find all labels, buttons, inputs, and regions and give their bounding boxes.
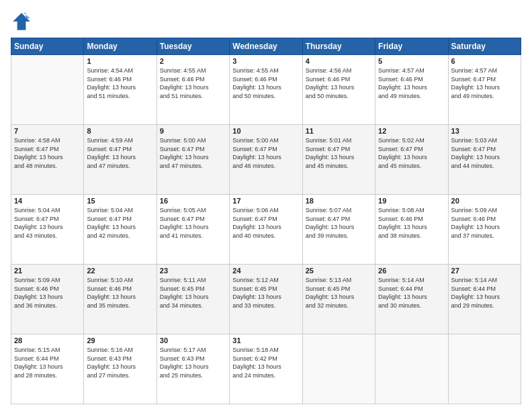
calendar-cell: 30 Sunrise: 5:17 AM Sunset: 6:43 PM Dayl… — [157, 334, 229, 404]
weekday-sunday: Sunday — [11, 38, 84, 55]
day-number: 26 — [378, 267, 445, 275]
day-number: 22 — [87, 267, 153, 275]
day-info: Sunrise: 5:04 AM Sunset: 6:47 PM Dayligh… — [87, 206, 153, 240]
calendar-cell: 15 Sunrise: 5:04 AM Sunset: 6:47 PM Dayl… — [84, 195, 157, 265]
day-number: 12 — [378, 127, 445, 135]
day-info: Sunrise: 5:03 AM Sunset: 6:47 PM Dayligh… — [451, 136, 518, 170]
day-number: 25 — [306, 267, 372, 275]
day-number: 29 — [87, 336, 153, 345]
calendar-cell: 17 Sunrise: 5:06 AM Sunset: 6:47 PM Dayl… — [230, 195, 302, 265]
calendar-cell: 20 Sunrise: 5:09 AM Sunset: 6:46 PM Dayl… — [448, 195, 521, 265]
day-info: Sunrise: 5:02 AM Sunset: 6:47 PM Dayligh… — [378, 136, 445, 170]
logo — [11, 11, 35, 32]
svg-marker-0 — [13, 13, 30, 30]
calendar-cell: 7 Sunrise: 4:58 AM Sunset: 6:47 PM Dayli… — [11, 125, 84, 195]
day-info: Sunrise: 5:14 AM Sunset: 6:44 PM Dayligh… — [378, 276, 445, 310]
day-number: 20 — [451, 197, 518, 205]
day-info: Sunrise: 5:16 AM Sunset: 6:43 PM Dayligh… — [87, 346, 153, 379]
day-number: 28 — [14, 336, 81, 345]
day-number: 9 — [160, 127, 226, 135]
day-number: 3 — [232, 57, 299, 65]
day-info: Sunrise: 5:13 AM Sunset: 6:45 PM Dayligh… — [306, 276, 372, 310]
calendar-cell: 25 Sunrise: 5:13 AM Sunset: 6:45 PM Dayl… — [302, 265, 375, 334]
calendar-cell — [375, 334, 448, 404]
calendar-cell: 27 Sunrise: 5:14 AM Sunset: 6:44 PM Dayl… — [448, 265, 521, 334]
day-info: Sunrise: 5:11 AM Sunset: 6:45 PM Dayligh… — [160, 276, 226, 310]
calendar-cell: 19 Sunrise: 5:08 AM Sunset: 6:46 PM Dayl… — [375, 195, 448, 265]
calendar-cell — [11, 55, 84, 125]
weekday-wednesday: Wednesday — [230, 38, 302, 55]
day-number: 15 — [87, 197, 153, 205]
week-row-1: 1 Sunrise: 4:54 AM Sunset: 6:46 PM Dayli… — [11, 55, 521, 125]
week-row-3: 14 Sunrise: 5:04 AM Sunset: 6:47 PM Dayl… — [11, 195, 521, 265]
weekday-monday: Monday — [84, 38, 157, 55]
calendar-cell — [448, 334, 521, 404]
day-info: Sunrise: 4:54 AM Sunset: 6:46 PM Dayligh… — [87, 66, 153, 100]
calendar-cell: 11 Sunrise: 5:01 AM Sunset: 6:47 PM Dayl… — [302, 125, 375, 195]
day-info: Sunrise: 5:15 AM Sunset: 6:44 PM Dayligh… — [14, 346, 81, 379]
day-number: 7 — [14, 127, 81, 135]
calendar-cell: 29 Sunrise: 5:16 AM Sunset: 6:43 PM Dayl… — [84, 334, 157, 404]
calendar-cell: 5 Sunrise: 4:57 AM Sunset: 6:46 PM Dayli… — [375, 55, 448, 125]
day-info: Sunrise: 5:17 AM Sunset: 6:43 PM Dayligh… — [160, 346, 226, 379]
weekday-saturday: Saturday — [448, 38, 521, 55]
header — [11, 11, 521, 32]
calendar-cell: 9 Sunrise: 5:00 AM Sunset: 6:47 PM Dayli… — [157, 125, 229, 195]
day-info: Sunrise: 4:57 AM Sunset: 6:47 PM Dayligh… — [451, 66, 518, 100]
week-row-5: 28 Sunrise: 5:15 AM Sunset: 6:44 PM Dayl… — [11, 334, 521, 404]
day-number: 21 — [14, 267, 81, 275]
day-info: Sunrise: 4:56 AM Sunset: 6:46 PM Dayligh… — [306, 66, 372, 100]
day-number: 31 — [232, 336, 299, 345]
day-info: Sunrise: 4:55 AM Sunset: 6:46 PM Dayligh… — [160, 66, 226, 100]
calendar-cell: 28 Sunrise: 5:15 AM Sunset: 6:44 PM Dayl… — [11, 334, 84, 404]
calendar-cell: 26 Sunrise: 5:14 AM Sunset: 6:44 PM Dayl… — [375, 265, 448, 334]
calendar-cell: 16 Sunrise: 5:05 AM Sunset: 6:47 PM Dayl… — [157, 195, 229, 265]
day-info: Sunrise: 4:59 AM Sunset: 6:47 PM Dayligh… — [87, 136, 153, 170]
day-number: 16 — [160, 197, 226, 205]
day-info: Sunrise: 5:07 AM Sunset: 6:47 PM Dayligh… — [306, 206, 372, 240]
calendar-cell: 22 Sunrise: 5:10 AM Sunset: 6:46 PM Dayl… — [84, 265, 157, 334]
calendar-cell — [302, 334, 375, 404]
day-info: Sunrise: 5:14 AM Sunset: 6:44 PM Dayligh… — [451, 276, 518, 310]
calendar-cell: 8 Sunrise: 4:59 AM Sunset: 6:47 PM Dayli… — [84, 125, 157, 195]
day-number: 19 — [378, 197, 445, 205]
calendar-cell: 10 Sunrise: 5:00 AM Sunset: 6:47 PM Dayl… — [230, 125, 302, 195]
calendar-cell: 31 Sunrise: 5:18 AM Sunset: 6:42 PM Dayl… — [230, 334, 302, 404]
calendar-cell: 13 Sunrise: 5:03 AM Sunset: 6:47 PM Dayl… — [448, 125, 521, 195]
day-info: Sunrise: 5:09 AM Sunset: 6:46 PM Dayligh… — [14, 276, 81, 310]
calendar-cell: 23 Sunrise: 5:11 AM Sunset: 6:45 PM Dayl… — [157, 265, 229, 334]
day-info: Sunrise: 5:12 AM Sunset: 6:45 PM Dayligh… — [232, 276, 299, 310]
weekday-tuesday: Tuesday — [157, 38, 229, 55]
calendar-table: SundayMondayTuesdayWednesdayThursdayFrid… — [11, 38, 521, 404]
day-info: Sunrise: 5:08 AM Sunset: 6:46 PM Dayligh… — [378, 206, 445, 240]
week-row-4: 21 Sunrise: 5:09 AM Sunset: 6:46 PM Dayl… — [11, 265, 521, 334]
calendar-cell: 14 Sunrise: 5:04 AM Sunset: 6:47 PM Dayl… — [11, 195, 84, 265]
weekday-header-row: SundayMondayTuesdayWednesdayThursdayFrid… — [11, 38, 521, 55]
day-info: Sunrise: 5:00 AM Sunset: 6:47 PM Dayligh… — [232, 136, 299, 170]
day-number: 14 — [14, 197, 81, 205]
day-info: Sunrise: 5:10 AM Sunset: 6:46 PM Dayligh… — [87, 276, 153, 310]
day-info: Sunrise: 5:06 AM Sunset: 6:47 PM Dayligh… — [232, 206, 299, 240]
calendar-cell: 3 Sunrise: 4:55 AM Sunset: 6:46 PM Dayli… — [230, 55, 302, 125]
day-number: 8 — [87, 127, 153, 135]
day-number: 11 — [306, 127, 372, 135]
day-number: 6 — [451, 57, 518, 65]
day-info: Sunrise: 5:18 AM Sunset: 6:42 PM Dayligh… — [232, 346, 299, 379]
calendar-cell: 6 Sunrise: 4:57 AM Sunset: 6:47 PM Dayli… — [448, 55, 521, 125]
calendar-cell: 21 Sunrise: 5:09 AM Sunset: 6:46 PM Dayl… — [11, 265, 84, 334]
calendar-cell: 24 Sunrise: 5:12 AM Sunset: 6:45 PM Dayl… — [230, 265, 302, 334]
day-info: Sunrise: 5:09 AM Sunset: 6:46 PM Dayligh… — [451, 206, 518, 240]
day-info: Sunrise: 4:57 AM Sunset: 6:46 PM Dayligh… — [378, 66, 445, 100]
day-number: 4 — [306, 57, 372, 65]
day-info: Sunrise: 5:01 AM Sunset: 6:47 PM Dayligh… — [306, 136, 372, 170]
calendar-cell: 1 Sunrise: 4:54 AM Sunset: 6:46 PM Dayli… — [84, 55, 157, 125]
day-info: Sunrise: 5:00 AM Sunset: 6:47 PM Dayligh… — [160, 136, 226, 170]
calendar-cell: 2 Sunrise: 4:55 AM Sunset: 6:46 PM Dayli… — [157, 55, 229, 125]
day-info: Sunrise: 5:05 AM Sunset: 6:47 PM Dayligh… — [160, 206, 226, 240]
logo-icon — [11, 11, 32, 32]
calendar-cell: 18 Sunrise: 5:07 AM Sunset: 6:47 PM Dayl… — [302, 195, 375, 265]
week-row-2: 7 Sunrise: 4:58 AM Sunset: 6:47 PM Dayli… — [11, 125, 521, 195]
day-number: 13 — [451, 127, 518, 135]
day-number: 23 — [160, 267, 226, 275]
weekday-friday: Friday — [375, 38, 448, 55]
